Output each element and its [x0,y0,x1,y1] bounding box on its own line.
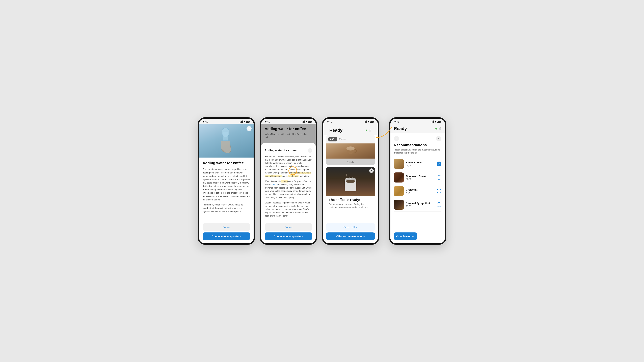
coffee-ready-body: The coffee is ready! Before serving, con… [326,196,375,211]
modal-text3: Last but not least, regardless of the ty… [265,201,312,218]
chocolate-cookie-info: Chocolate Cookie €2,50 [406,175,435,180]
svg-rect-1 [223,132,228,140]
caramel-image [394,200,404,210]
close-button-4[interactable]: ✕ [436,136,442,141]
order-header: #001 Order [326,135,375,143]
dismiss-button[interactable]: ✕ [369,168,374,173]
cancel-button-2[interactable]: Cancel [265,223,312,231]
status-icons-4: ▾ [431,120,441,123]
text-after-yellow: nce its [282,175,288,177]
print-icon[interactable]: 🖨 [368,129,372,132]
text-end: and acidity. [298,175,310,177]
modal-text1-content: Remember, coffee is 98% water, so it's n… [265,155,312,174]
steam-coffee-svg [342,170,359,193]
caramel-checkbox[interactable] [437,202,442,207]
svg-point-4 [346,146,354,150]
coffee-ready-text: Before serving, consider offering the cu… [329,203,372,209]
checkmark-icon: ✓ [438,163,440,165]
phone-4: 9:41 ▾ Ready 🖨 ← ✕ [389,117,446,245]
complete-order-button[interactable]: Complete order [394,232,417,240]
curved-arrow-svg [375,126,393,139]
status-bar-1: 9:41 ▾ [199,119,254,124]
coffee-preview-image [326,143,375,159]
print-icon-4[interactable]: 🖨 [438,127,442,130]
serve-coffee-button[interactable]: Serve coffee [326,223,375,231]
battery-icon-3 [370,121,374,123]
battery-icon-2 [308,121,312,123]
coffee-ready-card: ✕ The coffee is ready! Before serving, c… [326,167,375,211]
svg-point-7 [346,180,355,183]
modal-body: Remember, coffee is 98% water, so it's n… [265,155,312,221]
phone4-footer: Complete order [390,230,445,243]
wifi-icon-3: ▾ [368,120,369,123]
continue-button-1[interactable]: Continue to temperature [202,232,250,240]
banana-bread-image [394,159,404,169]
keep-it-highlight: keep it [272,183,278,186]
hero-image: ✕ [199,124,254,158]
signal-icon-4 [431,120,434,123]
modal-footer: Cancel Continue to temperature [265,221,312,243]
wifi-icon: ▾ [244,120,245,123]
signal-icon-3 [364,120,367,123]
phone-1: 9:41 ▾ [198,117,255,245]
rec-subtitle: Please select any extras the customer wo… [390,148,445,157]
chocolate-cookie-checkbox[interactable] [437,175,442,180]
croissant-checkbox[interactable] [437,189,442,193]
order-badge: #001 [328,137,337,141]
order-label: Order [339,138,346,141]
time-3: 9:41 [327,120,332,123]
rec-item-croissant: Croissant €2,50 [390,184,445,198]
phone3-header-icons: 🖨 [366,129,372,132]
phone1-text2: Remember, coffee is 98% water, so it's n… [202,203,250,213]
modal-text2: When it comes to storing water for your … [265,180,312,199]
continue-button-2[interactable]: Continue to temperature [265,232,312,240]
coffee-cup-svg [344,145,357,157]
signal-icon-2 [302,120,305,123]
phone-3: 9:41 ▾ Ready 🖨 [322,117,379,245]
water-glass-image [199,124,254,158]
time-2: 9:41 [265,120,270,123]
coffee-ready-title: The coffee is ready! [329,198,372,202]
phone4-content: Ready 🖨 ← ✕ Recommendations Please selec… [390,124,445,243]
status-bar-2: 9:41 ▾ [261,119,316,124]
banana-bread-info: Banana bread €3,99 [406,161,435,167]
chocolate-cookie-name: Chocolate Cookie [406,175,435,177]
phone1-content: ✕ Adding water for coffee The use of col… [199,124,254,243]
banana-bread-checkbox[interactable]: ✓ [437,162,442,166]
cancel-button-1[interactable]: Cancel [202,223,250,231]
phone4-header-icons: 🖨 [435,127,442,130]
rec-modal-top: ← ✕ [390,133,445,143]
caramel-price: €0,50 [406,205,435,207]
modal-sheet: Adding water for coffee ✕ Remember, coff… [261,143,316,243]
chocolate-cookie-image [394,172,404,183]
caramel-name: Caramel Syrup Shot [406,202,435,205]
highlight-yellow-2: brightness [288,175,298,177]
scene: 9:41 ▾ [198,117,446,245]
status-icons-1: ▾ [240,120,250,123]
time-4: 9:41 [394,120,399,123]
modal-title: Adding water for coffee [265,149,296,152]
status-bar-4: 9:41 ▾ [390,119,445,124]
wifi-icon-2: ▾ [306,120,307,123]
phone1-title: Adding water for coffee [202,161,250,165]
phone1-footer: Cancel Continue to temperature [199,221,254,243]
close-button-1[interactable]: ✕ [246,126,252,131]
order-card: #001 Order Ready [326,135,375,165]
caramel-info: Caramel Syrup Shot €0,50 [406,202,435,207]
steam-visual [326,167,375,196]
phone4-title: Ready [394,126,407,131]
phone3-title: Ready [330,128,342,133]
divider-5 [394,211,442,212]
rec-item-chocolate-cookie: Chocolate Cookie €2,50 [390,171,445,184]
time-1: 9:41 [203,120,208,123]
back-button[interactable]: ← [394,136,399,141]
ready-button[interactable]: Ready [326,159,375,165]
phone3-header: Ready 🖨 [326,126,375,135]
phone1-text1: The use of cold water is encouraged beca… [202,168,250,201]
modal-close-btn[interactable]: ✕ [308,148,312,153]
offer-recommendations-button[interactable]: Offer recommendations [326,232,375,240]
phone-2: 9:41 ▾ Adding water for coffee makes fil… [260,117,317,245]
phone3-content: Ready 🖨 #001 Order [323,124,378,243]
banana-bread-price: €3,99 [406,164,435,167]
recommendations-modal: ← ✕ Recommendations Please select any ex… [390,133,445,243]
